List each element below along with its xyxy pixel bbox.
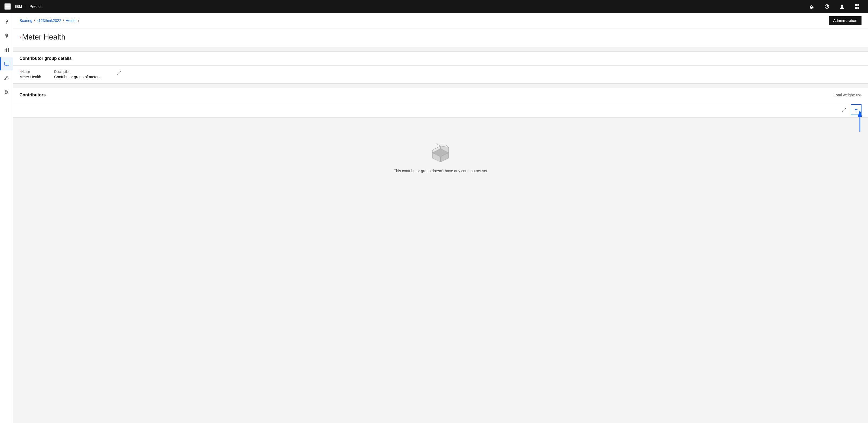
svg-line-17 (7, 77, 8, 79)
svg-rect-4 (858, 4, 859, 6)
help-icon-btn[interactable] (820, 0, 833, 13)
svg-rect-7 (5, 50, 5, 52)
description-field: Description Contributor group of meters (54, 70, 100, 79)
svg-rect-1 (5, 6, 10, 7)
sidebar (0, 13, 13, 423)
app-name: Predict (30, 4, 41, 9)
name-value: Meter Health (20, 75, 41, 79)
empty-box-icon (430, 143, 451, 162)
breadcrumb-sep-3: / (78, 19, 79, 23)
svg-point-14 (5, 79, 6, 80)
sidebar-item-chart[interactable] (0, 43, 13, 56)
svg-point-21 (5, 90, 6, 91)
add-contributor-button[interactable]: + (851, 104, 862, 115)
contributors-edit-button[interactable] (840, 105, 848, 114)
description-label-text: Description (54, 70, 70, 74)
svg-rect-9 (8, 48, 9, 52)
edit-button[interactable] (116, 70, 122, 76)
svg-line-16 (5, 77, 7, 79)
svg-point-22 (7, 91, 8, 93)
contributors-toolbar: + (13, 102, 868, 117)
sidebar-item-network[interactable] (0, 72, 13, 84)
grid-icon-btn[interactable] (851, 0, 864, 13)
sidebar-item-settings[interactable] (0, 86, 13, 98)
page-title: *Meter Health (20, 33, 862, 41)
sidebar-item-rocket[interactable] (0, 15, 13, 28)
contributors-title: Contributors (20, 93, 46, 97)
sidebar-item-monitor[interactable] (0, 57, 13, 70)
name-label-text: Name (21, 70, 30, 74)
brand-name: IBM (15, 4, 22, 9)
topnav-icons (805, 0, 864, 13)
breadcrumb: Scoring / s123think2022 / Health / (20, 19, 79, 23)
breadcrumb-sep-1: / (34, 19, 35, 23)
page-title-text: Meter Health (22, 33, 65, 41)
brand: IBM | Predict (15, 4, 41, 9)
main-content: Scoring / s123think2022 / Health / Admin… (13, 13, 868, 423)
svg-point-13 (6, 76, 7, 77)
svg-point-23 (5, 93, 6, 94)
page-header: *Meter Health (13, 28, 868, 47)
contributors-header: Contributors Total weight: 0% (13, 88, 868, 102)
contributor-group-body: *Name Meter Health Description Contribut… (13, 65, 868, 83)
hamburger-menu[interactable] (4, 3, 11, 10)
contributor-group-section: Contributor group details *Name Meter He… (13, 52, 868, 84)
user-icon-btn[interactable] (836, 0, 848, 13)
administration-button[interactable]: Administration (829, 16, 862, 25)
breadcrumb-sep-2: / (63, 19, 64, 23)
total-weight-value: 0% (856, 93, 862, 97)
title-required-star: * (20, 35, 21, 40)
description-value: Contributor group of meters (54, 75, 100, 79)
total-weight-label: Total weight: (834, 93, 855, 97)
name-required-star: * (20, 70, 21, 74)
settings-icon-btn[interactable] (805, 0, 818, 13)
breadcrumb-s123[interactable]: s123think2022 (36, 19, 61, 23)
empty-text: This contributor group doesn't have any … (394, 169, 487, 173)
total-weight: Total weight: 0% (834, 93, 862, 97)
svg-rect-5 (855, 7, 857, 9)
svg-rect-0 (5, 5, 10, 5)
name-field: *Name Meter Health (20, 70, 41, 79)
svg-rect-10 (5, 62, 9, 65)
top-navigation: IBM | Predict (0, 0, 868, 13)
description-label: Description (54, 70, 100, 74)
contributor-group-title: Contributor group details (20, 56, 72, 61)
field-group: *Name Meter Health Description Contribut… (20, 70, 862, 79)
breadcrumb-health[interactable]: Health (65, 19, 76, 23)
sidebar-item-location[interactable] (0, 29, 13, 42)
svg-rect-8 (6, 49, 7, 52)
contributor-group-header: Contributor group details (13, 52, 868, 65)
brand-divider: | (25, 4, 27, 9)
empty-state: This contributor group doesn't have any … (13, 117, 868, 199)
contributors-section: Contributors Total weight: 0% + (13, 88, 868, 199)
name-label: *Name (20, 70, 41, 74)
breadcrumb-scoring[interactable]: Scoring (20, 19, 32, 23)
breadcrumb-bar: Scoring / s123think2022 / Health / Admin… (13, 13, 868, 28)
svg-rect-6 (858, 7, 859, 9)
svg-point-15 (8, 79, 9, 80)
svg-rect-2 (5, 8, 10, 8)
svg-rect-3 (855, 4, 857, 6)
